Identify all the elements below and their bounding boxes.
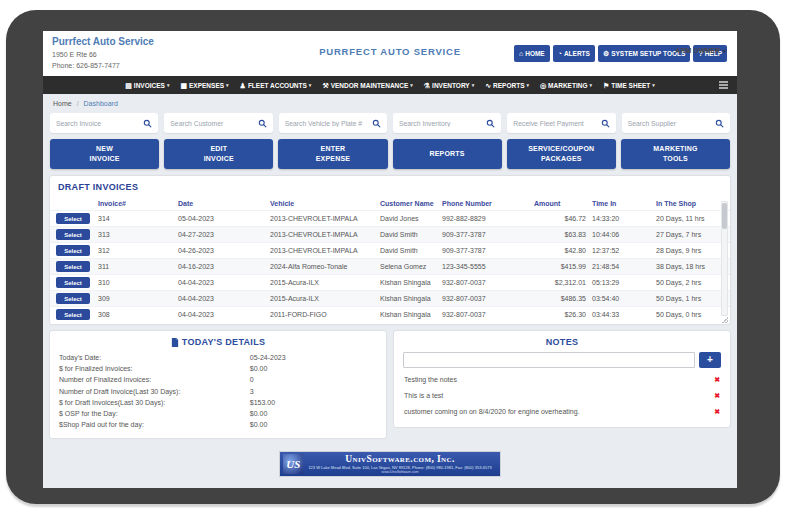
time-in-cell: 05:13:29: [592, 279, 656, 286]
invoice-cell: 313: [98, 231, 178, 238]
content-area: Home / Dashboard: [43, 94, 737, 477]
detail-row: $ OSP for the Day: $0.00: [59, 408, 377, 419]
search-icon[interactable]: [372, 119, 381, 128]
vehicle-cell: 2013-CHEVROLET-IMPALA: [270, 215, 380, 222]
bottom-row: TODAY'S DETAILS Today's Date: 05-24-2023…: [50, 331, 730, 438]
nav-item[interactable]: ⚗ INVENTORY ▾: [424, 82, 474, 89]
detail-value: $0.00: [250, 363, 377, 374]
time-in-cell: 12:37:52: [592, 247, 656, 254]
new-note-input[interactable]: [403, 352, 695, 368]
footer: US UnivSoftware.com, Inc. 123 W Lake Mea…: [50, 451, 730, 477]
search-icon[interactable]: [715, 119, 724, 128]
delete-note-icon[interactable]: ✖: [714, 376, 720, 383]
invoice-cell: 308: [98, 311, 178, 318]
nav-item[interactable]: ▦ EXPENSES ▾: [180, 82, 228, 89]
select-button[interactable]: Select: [56, 261, 90, 272]
search-input[interactable]: [513, 120, 600, 127]
chevron-down-icon: ▾: [167, 82, 170, 88]
select-cell: Select: [50, 261, 98, 272]
table-row: Select 312 04-26-2023 2013-CHEVROLET-IMP…: [50, 242, 730, 258]
menu-icon[interactable]: [719, 81, 728, 89]
vehicle-cell: 2013-CHEVROLET-IMPALA: [270, 247, 380, 254]
page-title: PURRFECT AUTO SERVICE: [319, 46, 461, 57]
toolbar-button[interactable]: ◔ ALERTS: [553, 45, 595, 62]
add-note-button[interactable]: +: [699, 352, 721, 368]
date-cell: 04-04-2023: [178, 295, 270, 302]
quick-action-button[interactable]: MARKETING TOOLS: [621, 139, 730, 169]
shop-address: 1950 E Rte 66: [52, 50, 154, 60]
select-cell: Select: [50, 229, 98, 240]
amount-cell: $42.80: [534, 247, 592, 254]
delete-note-icon[interactable]: ✖: [714, 392, 720, 399]
search-input[interactable]: [628, 120, 715, 127]
search-input[interactable]: [399, 120, 486, 127]
quick-action-button[interactable]: REPORTS: [393, 139, 502, 169]
chevron-down-icon: ▼: [722, 48, 727, 54]
notes-list: Testing the notes ✖ This is a test ✖ cus…: [403, 371, 721, 419]
document-icon: [171, 338, 179, 347]
search-input[interactable]: [170, 120, 257, 127]
date-cell: 04-27-2023: [178, 231, 270, 238]
amount-cell: $415.99: [534, 263, 592, 270]
nav-item[interactable]: ◎ MARKETING ▾: [540, 82, 592, 89]
breadcrumb-home[interactable]: Home: [53, 100, 72, 107]
invoice-cell: 310: [98, 279, 178, 286]
table-scrollbar[interactable]: [721, 201, 728, 316]
in-shop-cell: 50 Days, 2 hrs: [656, 279, 718, 286]
note-item: customer coming on on 8/4/2020 for engin…: [403, 403, 721, 419]
select-button[interactable]: Select: [56, 277, 90, 288]
quick-actions: NEW INVOICE EDIT INVOICE ENTER EXPENSE: [50, 139, 730, 169]
quick-action-button[interactable]: EDIT INVOICE: [164, 139, 273, 169]
search-box: [393, 113, 501, 133]
footer-text-block: UnivSoftware.com, Inc. 123 W Lake Mead B…: [308, 454, 491, 474]
search-input[interactable]: [285, 120, 372, 127]
customer-cell: Kishan Shingala: [380, 311, 442, 318]
scrollbar-thumb[interactable]: [722, 203, 727, 229]
invoice-cell: 314: [98, 215, 178, 222]
nav-item[interactable]: ⚒ VENDOR MAINTENANCE ▾: [322, 82, 412, 89]
invoice-cell: 312: [98, 247, 178, 254]
select-button[interactable]: Select: [56, 293, 90, 304]
nav-item[interactable]: ♟ FLEET ACCOUNTS ▾: [240, 82, 312, 89]
in-shop-cell: 20 Days, 11 hrs: [656, 215, 718, 222]
table-row: Select 311 04-16-2023 2024-Alfa Romeo-To…: [50, 258, 730, 274]
search-icon[interactable]: [258, 119, 267, 128]
user-menu[interactable]: ARM OWNER ▼: [675, 47, 727, 54]
footer-tagline: www.UnivSoftware.com: [308, 470, 491, 474]
delete-note-icon[interactable]: ✖: [714, 408, 720, 415]
toolbar-icon: ⌂: [519, 50, 523, 57]
search-input[interactable]: [56, 120, 143, 127]
search-icon[interactable]: [143, 119, 152, 128]
nav-item-icon: ♟: [240, 82, 246, 89]
select-button[interactable]: Select: [56, 213, 90, 224]
toolbar-label: ALERTS: [564, 50, 590, 57]
date-cell: 04-16-2023: [178, 263, 270, 270]
chevron-down-icon: ▾: [309, 82, 312, 88]
detail-row: Number of Draft Invoice(Last 30 Days): 3: [59, 386, 377, 397]
column-header: Date: [178, 200, 270, 207]
nav-item[interactable]: ∿ REPORTS ▾: [485, 82, 529, 89]
breadcrumb: Home / Dashboard: [53, 100, 730, 107]
shop-phone: Phone: 626-857-7477: [52, 61, 154, 71]
select-button[interactable]: Select: [56, 309, 90, 320]
action-label-line2: INVOICE: [89, 154, 119, 165]
nav-item-icon: ⚒: [322, 82, 328, 89]
search-row: [50, 113, 730, 133]
date-cell: 04-04-2023: [178, 311, 270, 318]
nav-item[interactable]: ⚑ TIME SHEET ▾: [603, 82, 655, 89]
detail-value: $0.00: [250, 408, 377, 419]
select-button[interactable]: Select: [56, 229, 90, 240]
search-icon[interactable]: [601, 119, 610, 128]
table-row: Select 308 04-04-2023 2011-FORD-FIGO Kis…: [50, 306, 730, 322]
search-icon[interactable]: [486, 119, 495, 128]
toolbar-button[interactable]: ⌂ HOME: [514, 45, 550, 62]
resize-grip-icon[interactable]: [722, 317, 728, 323]
quick-action-button[interactable]: SERVICE/COUPON PACKAGES: [507, 139, 616, 169]
phone-cell: 123-345-5555: [442, 263, 534, 270]
chevron-down-icon: ▾: [472, 82, 475, 88]
quick-action-button[interactable]: NEW INVOICE: [50, 139, 159, 169]
quick-action-button[interactable]: ENTER EXPENSE: [278, 139, 387, 169]
action-label-line1: NEW: [96, 144, 113, 155]
nav-item[interactable]: ▤ INVOICES ▾: [125, 82, 169, 89]
select-button[interactable]: Select: [56, 245, 90, 256]
